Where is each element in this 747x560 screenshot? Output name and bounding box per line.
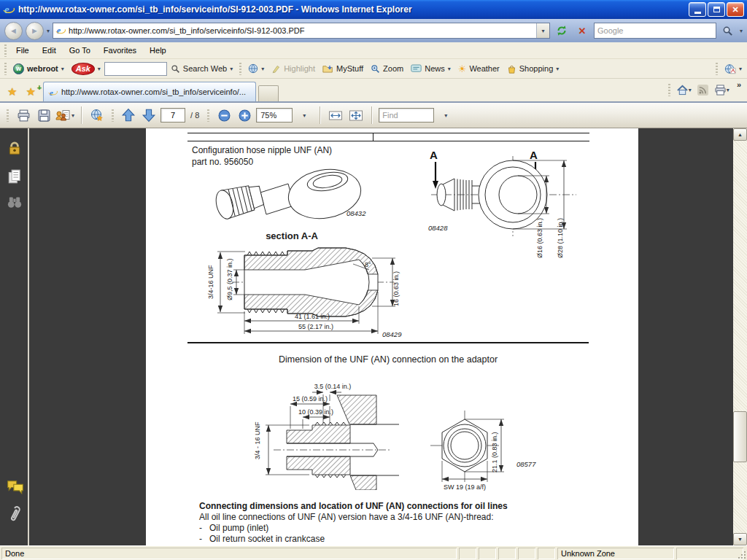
pdf-email-button[interactable]: ▾ <box>55 106 74 125</box>
toolbar-separator <box>371 106 372 124</box>
pdf-viewer-area: Configuration hose nipple UNF (AN) part … <box>0 128 747 545</box>
ask-button[interactable]: Ask ▾ <box>68 63 104 75</box>
scroll-up-button[interactable]: ▲ <box>733 128 747 141</box>
section-marker-a-left: A <box>430 149 438 161</box>
fit-width-button[interactable] <box>327 106 344 125</box>
new-tab-stub[interactable] <box>258 85 279 101</box>
add-favorite-button[interactable]: ★ + <box>21 85 39 101</box>
svg-text:e: e <box>57 26 61 36</box>
menu-edit[interactable]: Edit <box>36 44 63 57</box>
pdf-print-button[interactable] <box>15 106 32 125</box>
page-number-input[interactable] <box>161 109 185 122</box>
fit-page-button[interactable] <box>347 106 365 125</box>
tab-title: http://www.rotax-owner.com/si_tb_info/se… <box>61 88 246 96</box>
toolbar-grip[interactable] <box>4 63 7 75</box>
header-table-line <box>187 133 589 133</box>
mystuff-button[interactable]: MyStuff <box>319 64 367 74</box>
toolbar-grip[interactable] <box>207 109 209 122</box>
comments-panel-icon[interactable] <box>7 480 24 494</box>
restore-button[interactable] <box>708 2 725 17</box>
dim-label-55: 55 (2.17 in.) <box>298 323 333 330</box>
header-table-line <box>187 141 589 141</box>
pdf-vertical-scrollbar[interactable]: ▲ ▼ <box>733 128 747 545</box>
tab-bar: ★ ★ + e http://www.rotax-owner.com/si_tb… <box>0 79 747 103</box>
dim-label-15: 15 (0.59 in.) <box>293 395 328 402</box>
attachments-paperclip-icon[interactable] <box>4 503 25 526</box>
url-input[interactable] <box>69 26 533 35</box>
webroot-button[interactable]: w webroot ▾ <box>9 63 68 74</box>
pdf-web-capture-button[interactable] <box>88 106 106 125</box>
toolbar-separator <box>320 106 320 124</box>
toolbar-separator <box>81 106 82 124</box>
favorites-center-button[interactable]: ★ <box>3 85 21 101</box>
minimize-button[interactable] <box>689 2 706 17</box>
globe-button[interactable]: ▾ <box>244 63 268 74</box>
back-button[interactable]: ◄ <box>4 22 23 40</box>
zoom-level-box[interactable]: 75% <box>256 108 293 122</box>
pdf-navigation-pane <box>0 128 29 545</box>
menu-bar: File Edit Go To Favorites Help <box>0 42 747 59</box>
search-web-label: Search Web <box>183 64 227 73</box>
forward-button[interactable]: ► <box>26 22 44 40</box>
toolbar-grip[interactable] <box>4 44 7 57</box>
search-web-button[interactable]: Search Web ▾ <box>167 64 236 74</box>
highlight-button[interactable]: Highlight <box>268 64 319 74</box>
ask-search-input[interactable] <box>104 62 167 76</box>
url-dropdown-button[interactable]: ▾ <box>536 23 549 38</box>
search-provider-dropdown[interactable]: ▾ <box>740 28 743 34</box>
scroll-down-icon: ▼ <box>738 537 743 542</box>
zoom-level-dropdown[interactable]: ▾ <box>295 106 313 125</box>
config-line-1: Configuration hose nipple UNF (AN) <box>192 144 332 156</box>
feeds-button[interactable] <box>694 82 711 99</box>
menu-favorites[interactable]: Favorites <box>97 44 143 57</box>
scrollbar-thumb[interactable] <box>733 411 747 462</box>
resize-grip[interactable] <box>737 550 746 559</box>
restore-icon <box>713 7 720 12</box>
binoculars-search-icon[interactable] <box>7 194 23 210</box>
zoom-out-button[interactable] <box>215 106 233 125</box>
search-go-button[interactable] <box>719 22 737 39</box>
refresh-button[interactable] <box>553 22 570 39</box>
figure-08428-side-view: A A Ø16 (0.63 <box>427 147 595 260</box>
folder-icon <box>322 64 333 74</box>
stop-button[interactable]: ✕ <box>573 22 591 39</box>
home-button[interactable]: ▾ <box>673 82 694 99</box>
menu-file[interactable]: File <box>9 44 36 57</box>
scroll-down-button[interactable]: ▼ <box>733 533 747 545</box>
pdf-page: Configuration hose nipple UNF (AN) part … <box>146 128 638 545</box>
menu-help[interactable]: Help <box>143 44 173 57</box>
address-bar: ◄ ► ▾ e ▾ ✕ <box>0 19 747 42</box>
toolbar-grip <box>668 84 670 96</box>
menu-goto[interactable]: Go To <box>63 44 97 57</box>
shopping-button[interactable]: Shopping ▾ <box>503 64 563 74</box>
search-input[interactable] <box>597 26 713 35</box>
find-input[interactable] <box>380 111 433 120</box>
toolbar-grip[interactable] <box>7 109 9 122</box>
security-lock-icon[interactable] <box>7 140 23 156</box>
history-dropdown[interactable]: ▾ <box>47 28 50 34</box>
toolbar-overflow-chevron[interactable]: » <box>732 79 744 89</box>
pdf-save-button[interactable] <box>35 106 53 125</box>
zoom-icon <box>371 64 380 74</box>
previous-page-button[interactable] <box>120 106 137 125</box>
status-panel-empty <box>459 548 476 559</box>
zoom-button[interactable]: Zoom <box>367 64 407 74</box>
find-dropdown[interactable]: ▾ <box>437 106 454 125</box>
pages-panel-icon[interactable] <box>7 168 23 184</box>
weather-button[interactable]: ☀ Weather <box>454 63 503 74</box>
figure-08577-hex-end-view: 21.1 (0.83 in.) SW 19 (19 a/f) 08577 <box>429 407 549 493</box>
stop-icon: ✕ <box>578 26 587 36</box>
news-button[interactable]: News ▾ <box>407 64 454 73</box>
next-page-button[interactable] <box>140 106 158 125</box>
page-number-box <box>160 108 185 122</box>
tab-active[interactable]: e http://www.rotax-owner.com/si_tb_info/… <box>43 82 256 101</box>
close-button[interactable]: ✕ <box>727 2 744 17</box>
chevron-down-icon: ▾ <box>303 112 306 119</box>
email-share-icon <box>55 109 71 122</box>
print-button[interactable]: ▾ <box>711 82 732 99</box>
toolbar-separator <box>239 63 241 75</box>
toolbar-grip[interactable] <box>112 109 114 122</box>
zoom-in-button[interactable] <box>236 106 253 125</box>
convert-to-pdf-button[interactable]: ▾ <box>721 63 746 74</box>
shopping-label: Shopping <box>519 64 554 73</box>
